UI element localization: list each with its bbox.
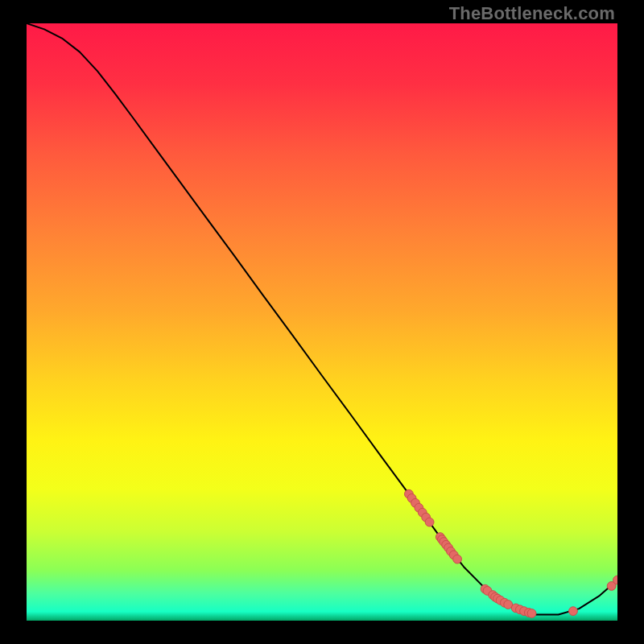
bottleneck-chart [27,23,617,621]
data-dot [425,518,434,526]
data-dot [453,555,462,564]
data-dot [569,607,578,616]
watermark-text: TheBottleneck.com [449,3,615,24]
data-dot [527,609,536,618]
chart-frame [27,23,617,621]
gradient-background [27,23,617,621]
